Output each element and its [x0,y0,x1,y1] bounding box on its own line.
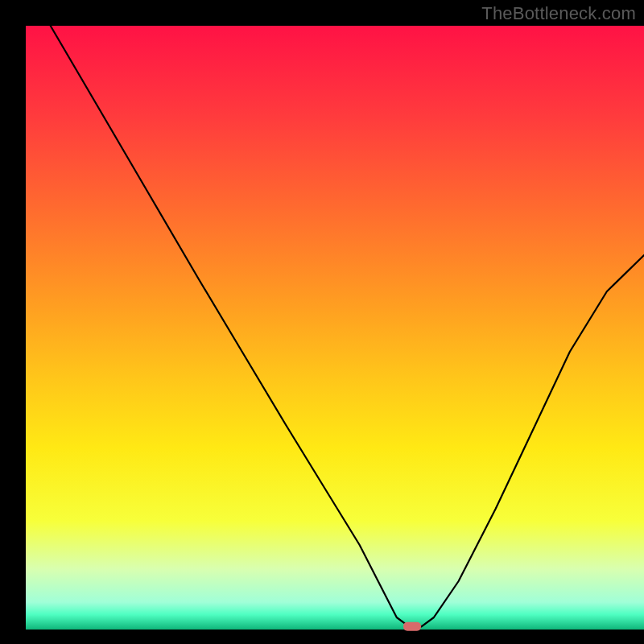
chart-canvas [0,0,644,644]
bottleneck-chart: TheBottleneck.com [0,0,644,644]
watermark-text: TheBottleneck.com [481,3,636,24]
plot-background [26,26,644,630]
optimum-marker [403,622,421,631]
